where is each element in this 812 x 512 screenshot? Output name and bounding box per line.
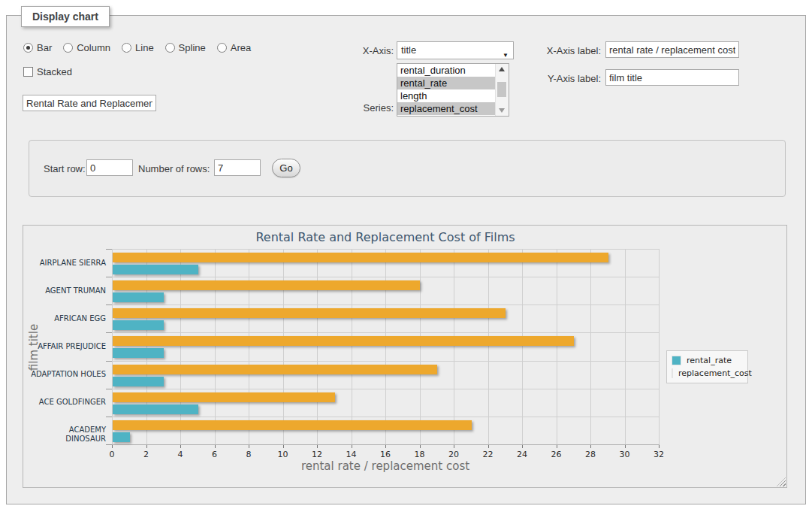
y-tick-mark (106, 444, 112, 445)
legend-label-rental_rate: rental_rate (687, 356, 732, 365)
y-axis-label-input[interactable] (605, 69, 739, 86)
x-tick-label: 6 (200, 450, 230, 459)
x-tick-label: 0 (97, 450, 127, 459)
radio-line[interactable] (122, 43, 131, 53)
chart-type-option-bar: Bar (23, 42, 52, 53)
x-tick-mark (522, 445, 523, 448)
y-tick-mark (106, 304, 112, 305)
gridline-vertical (454, 249, 454, 444)
series-option-rental_rate[interactable]: rental_rate (397, 77, 497, 89)
num-rows-input[interactable] (214, 159, 261, 176)
x-tick-label: 30 (610, 450, 640, 459)
gridline-vertical (625, 249, 626, 444)
x-axis-label-input[interactable] (605, 41, 739, 58)
stacked-label: Stacked (37, 66, 72, 77)
gridline-vertical (590, 249, 591, 444)
resize-handle-icon[interactable] (777, 477, 786, 486)
radio-spline[interactable] (165, 43, 175, 53)
y-tick-mark (106, 361, 112, 362)
scroll-down-icon[interactable] (499, 108, 505, 113)
radio-area[interactable] (217, 43, 227, 53)
gridline-horizontal (112, 304, 660, 305)
category-label: AFRICAN EGG (28, 314, 106, 323)
x-tick-mark (385, 445, 386, 448)
gridline-vertical (522, 249, 523, 444)
x-tick-label: 12 (302, 450, 332, 459)
category-label: ACE GOLDFINGER (28, 398, 106, 407)
x-tick-mark (590, 445, 591, 448)
start-row-input[interactable] (86, 159, 133, 176)
x-tick-label: 8 (234, 450, 264, 459)
gridline-vertical (283, 249, 284, 444)
y-tick-mark (106, 332, 112, 333)
chart-type-option-column: Column (63, 42, 110, 53)
go-button[interactable]: Go (272, 159, 300, 177)
chart-container: Rental Rate and Replacement Cost of Film… (23, 225, 787, 488)
scrollbar-thumb[interactable] (497, 82, 506, 97)
radio-label-spline: Spline (179, 42, 206, 53)
gridline-vertical (146, 249, 147, 444)
stacked-checkbox-row: Stacked (23, 66, 72, 77)
page: Display chart BarColumnLineSplineArea St… (0, 0, 812, 512)
radio-label-column: Column (77, 42, 110, 53)
chart-type-radio-group: BarColumnLineSplineArea (23, 42, 251, 53)
gridline-vertical (385, 249, 386, 444)
x-tick-label: 24 (507, 450, 537, 459)
x-tick-mark (215, 445, 216, 448)
radio-column[interactable] (63, 43, 73, 53)
bar-rental_rate (113, 292, 164, 302)
x-tick-mark (317, 445, 318, 448)
y-tick-mark (106, 417, 112, 417)
x-tick-mark (112, 445, 113, 448)
x-tick-mark (180, 445, 181, 448)
gridline-vertical (317, 249, 318, 444)
start-row-label: Start row: (44, 163, 86, 175)
chart-legend: rental_ratereplacement_cost (666, 350, 748, 383)
bar-replacement_cost (113, 253, 608, 262)
series-option-length[interactable]: length (397, 89, 497, 102)
x-axis-selected-value: title (401, 44, 416, 56)
x-axis-label: X-Axis: (331, 45, 394, 57)
x-axis-line (112, 444, 660, 445)
x-axis-select[interactable]: title ▼ (397, 41, 514, 59)
legend-item-rental_rate[interactable]: rental_rate (672, 354, 743, 367)
bar-rental_rate (113, 265, 198, 274)
listbox-scrollbar[interactable] (495, 64, 509, 116)
bar-replacement_cost (113, 365, 437, 374)
bar-rental_rate (113, 320, 164, 330)
legend-swatch-replacement_cost (672, 368, 673, 378)
x-tick-mark (454, 445, 454, 448)
scroll-up-icon[interactable] (499, 67, 505, 71)
gridline-vertical (557, 249, 557, 444)
series-option-rental_duration[interactable]: rental_duration (397, 64, 497, 77)
legend-label-replacement_cost: replacement_cost (678, 368, 752, 378)
radio-bar[interactable] (23, 43, 33, 53)
bar-replacement_cost (113, 420, 472, 430)
radio-label-bar: Bar (37, 42, 52, 53)
y-axis-label-field-label: Y-Axis label: (526, 73, 601, 85)
x-tick-mark (283, 445, 284, 448)
gridline-vertical (420, 249, 421, 444)
gridline-vertical (659, 249, 660, 444)
radio-label-line: Line (135, 42, 154, 53)
chevron-down-icon: ▼ (503, 47, 509, 64)
x-tick-label: 18 (405, 450, 435, 459)
y-tick-mark (106, 389, 112, 389)
category-label: AIRPLANE SIERRA (28, 259, 106, 268)
x-tick-mark (659, 445, 660, 448)
gridline-vertical (488, 249, 489, 444)
x-tick-label: 22 (473, 450, 503, 459)
y-tick-mark (106, 277, 112, 277)
chart-title-input[interactable] (23, 95, 156, 111)
x-tick-mark (488, 445, 489, 448)
chart-type-option-line: Line (122, 42, 154, 53)
stacked-checkbox[interactable] (23, 67, 33, 77)
legend-swatch-rental_rate (672, 356, 681, 365)
gridline-vertical (352, 249, 352, 444)
series-option-replacement_cost[interactable]: replacement_cost (397, 102, 497, 115)
legend-item-replacement_cost[interactable]: replacement_cost (672, 367, 743, 380)
bar-rental_rate (113, 432, 130, 442)
x-axis-label-field-label: X-Axis label: (526, 45, 601, 57)
chart-title: Rental Rate and Replacement Cost of Film… (112, 230, 659, 244)
gridline-horizontal (112, 249, 660, 250)
